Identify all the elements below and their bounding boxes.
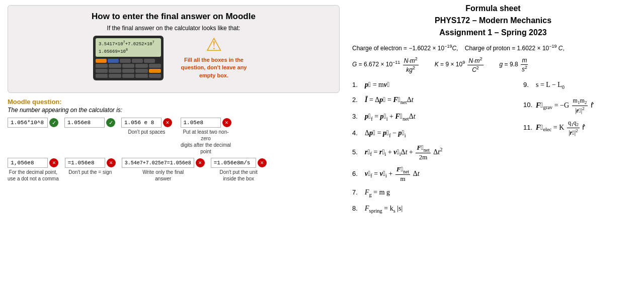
input-label-8: Don't put the unitinside the box — [220, 169, 258, 182]
formula-expr-1: p⃗ = mv⃗ — [365, 79, 389, 90]
x-icon-4: × — [222, 118, 231, 127]
formula-num-3: 3. — [352, 112, 362, 122]
formula-num-8: 8. — [352, 204, 362, 214]
calc-btn-gray3 — [144, 59, 155, 63]
formula-num-1: 1. — [352, 80, 362, 90]
input-box-2[interactable]: 1.056e8 — [64, 118, 105, 128]
input-row-2: 1,056e8 × For the decimal point,use a do… — [8, 158, 340, 182]
formula-2: 2. Ī = Δp⃗ = F⃗netΔt — [352, 94, 503, 107]
formulas-area: 1. p⃗ = mv⃗ 2. Ī = Δp⃗ = F⃗netΔt 3. p⃗f … — [352, 79, 634, 220]
formula-9: 9. s = L − L0 — [523, 79, 634, 92]
formula-num-2: 2. — [352, 95, 362, 106]
input-group-2: 1.056e8 ✓ — [64, 118, 115, 129]
x-icon-6: × — [107, 158, 116, 167]
formula-sheet-header: Formula sheet PHYS172 – Modern Mechanics… — [352, 3, 634, 39]
input-row-1: 1.056*10^8 ✓ 1.056e8 ✓ 1.056 e 8 × Don't… — [8, 118, 340, 155]
K-unit: N·m2C2 — [467, 56, 483, 73]
moodle-question-section: Moodle question: The number appearing on… — [8, 98, 340, 182]
formula-expr-10: F⃗grav = −G m1m2|r⃗|2 r̂ — [536, 97, 594, 115]
input-field-6: =1.056e8 × — [65, 158, 116, 168]
input-group-8: =1.056e8m/s × Don't put the unitinside t… — [211, 158, 267, 182]
formula-num-11: 11. — [523, 123, 533, 133]
input-group-1: 1.056*10^8 ✓ — [8, 118, 58, 129]
formula-num-9: 9. — [523, 80, 533, 90]
G-constant: G = 6.672 × 10−11 N·m2kg2 — [352, 56, 420, 73]
input-field-7: 3.54e7+7.025e7=1.056e8 × — [122, 158, 205, 168]
input-label-6: Don't put the = sign — [68, 169, 112, 175]
formula-3: 3. p⃗f = p⃗i + F⃗netΔt — [352, 111, 503, 124]
calc-btn — [135, 74, 147, 78]
formula-num-5: 5. — [352, 147, 362, 158]
calc-btn-gray2 — [132, 59, 143, 63]
calc-btn — [96, 69, 108, 73]
input-box-5[interactable]: 1,056e8 — [8, 158, 48, 168]
right-panel: Formula sheet PHYS172 – Modern Mechanics… — [347, 0, 644, 294]
input-box-6[interactable]: =1.056e8 — [65, 158, 105, 168]
formula-11: 11. F⃗elec = K q1q2|r⃗|2 r̂ — [523, 119, 634, 137]
calc-btn — [96, 74, 108, 78]
g-constant: g = 9.8 ms2 — [500, 57, 529, 73]
input-label-5: For the decimal point,use a dot not a co… — [8, 169, 59, 182]
input-group-3: 1.056 e 8 × Don't put spaces — [121, 118, 172, 135]
x-icon-8: × — [258, 158, 267, 167]
formula-6: 6. v⃗f = v⃗i + F⃗netm Δt — [352, 165, 503, 183]
formula-sheet-subtitle2: Assignment 1 – Spring 2023 — [352, 27, 634, 39]
formulas-left: 1. p⃗ = mv⃗ 2. Ī = Δp⃗ = F⃗netΔt 3. p⃗f … — [352, 79, 503, 220]
input-box-1[interactable]: 1.056*10^8 — [8, 118, 48, 128]
input-box-7[interactable]: 3.54e7+7.025e7=1.056e8 — [122, 158, 194, 168]
input-field-2: 1.056e8 ✓ — [64, 118, 115, 128]
calculator-image: 3.5417×107+7.0252×1071.05669×108 — [93, 36, 164, 80]
input-field-8: =1.056e8m/s × — [211, 158, 267, 168]
input-field-4: 1.05e8 × — [181, 118, 231, 128]
input-box-3[interactable]: 1.056 e 8 — [121, 118, 162, 128]
calc-btn — [122, 74, 134, 78]
calc-btn-orange1 — [96, 59, 107, 63]
moodle-subtitle: If the final answer on the calculator lo… — [18, 25, 329, 32]
input-field-5: 1,056e8 × — [8, 158, 58, 168]
input-label-4: Put at least two non-zerodigits after th… — [178, 129, 233, 155]
calc-btn-enter — [149, 69, 161, 73]
check-icon-1: ✓ — [49, 118, 58, 127]
input-box-8[interactable]: =1.056e8m/s — [211, 158, 256, 168]
calc-screen: 3.5417×107+7.0252×1071.05669×108 — [96, 38, 161, 57]
input-field-3: 1.056 e 8 × — [121, 118, 172, 128]
calc-btn — [109, 64, 121, 68]
calc-btn — [109, 74, 121, 78]
formula-expr-5: r⃗f = r⃗i + v⃗iΔt + F⃗net2m Δt2 — [365, 144, 442, 161]
warning-icon: ⚠ — [206, 36, 222, 54]
calc-btn — [149, 74, 161, 78]
formula-7: 7. Fg = m g — [352, 187, 503, 200]
left-panel: How to enter the final answer on Moodle … — [0, 0, 347, 294]
input-label-3: Don't put spaces — [128, 129, 165, 135]
calc-btn-blue1 — [108, 59, 119, 63]
calculator-area: 3.5417×107+7.0252×1071.05669×108 — [18, 36, 329, 80]
calc-btn — [122, 69, 134, 73]
formula-10: 10. F⃗grav = −G m1m2|r⃗|2 r̂ — [523, 97, 634, 115]
input-box-4[interactable]: 1.05e8 — [181, 118, 221, 128]
formula-num-7: 7. — [352, 187, 362, 198]
formula-num-10: 10. — [523, 100, 533, 111]
warning-box: ⚠ Fill all the boxes in the question, do… — [174, 36, 254, 79]
formula-expr-4: Δp⃗ = p⃗f − p⃗i — [365, 128, 406, 140]
calc-btn — [122, 64, 134, 68]
formula-4: 4. Δp⃗ = p⃗f − p⃗i — [352, 128, 503, 140]
moodle-question-text: The number appearing on the calculator i… — [8, 107, 340, 114]
formula-expr-6: v⃗f = v⃗i + F⃗netm Δt — [365, 165, 420, 183]
x-icon-7: × — [196, 158, 205, 167]
input-group-7: 3.54e7+7.025e7=1.056e8 × Write only the … — [122, 158, 205, 182]
formula-8: 8. Fspring = ks |s| — [352, 203, 503, 216]
calc-btn-gray1 — [120, 59, 131, 63]
formula-sheet-title: Formula sheet — [352, 3, 634, 15]
formula-sheet-subtitle1: PHYS172 – Modern Mechanics — [352, 15, 634, 27]
check-icon-2: ✓ — [106, 118, 115, 127]
calc-btn — [149, 64, 161, 68]
g-unit: ms2 — [521, 57, 528, 73]
formula-expr-3: p⃗f = p⃗i + F⃗netΔt — [365, 111, 416, 124]
moodle-instruction-box: How to enter the final answer on Moodle … — [8, 5, 340, 93]
formula-num-6: 6. — [352, 169, 362, 179]
formula-expr-7: Fg = m g — [365, 187, 390, 200]
input-group-4: 1.05e8 × Put at least two non-zerodigits… — [178, 118, 233, 155]
input-field-1: 1.056*10^8 ✓ — [8, 118, 58, 128]
input-label-7: Write only the final answer — [135, 169, 191, 182]
G-unit: N·m2kg2 — [403, 56, 419, 73]
